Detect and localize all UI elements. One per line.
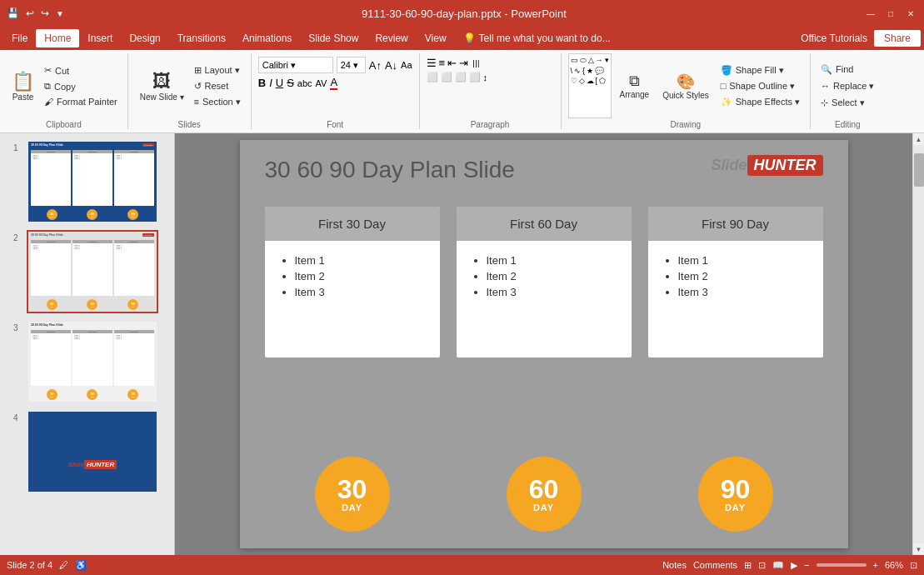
shapes-more[interactable]: ▾ [605,56,609,65]
layout-button[interactable]: ⊞Layout ▾ [191,63,244,78]
heart-shape[interactable]: ♡ [571,77,577,85]
curve-shape[interactable]: ∿ [574,67,581,75]
section-button[interactable]: ≡Section ▾ [191,95,244,109]
bold-button[interactable]: B [258,77,266,89]
customize-icon[interactable]: ▼ [56,9,64,18]
decrease-indent-button[interactable]: ⇤ [447,57,457,69]
slide-thumbnail-4[interactable]: SlideHUNTER [27,410,158,493]
pentagon-shape[interactable]: ⬠ [599,77,606,85]
shape-fill-button[interactable]: 🪣Shape Fill ▾ [717,63,803,78]
share-button[interactable]: Share [874,30,921,47]
format-painter-button[interactable]: 🖌Format Painter [41,95,121,108]
char-spacing-button[interactable]: AV [316,78,327,88]
card-30-item-2: Item 2 [295,270,427,282]
menu-slideshow[interactable]: Slide Show [300,29,367,48]
brace-shape[interactable]: { [582,67,585,75]
numbered-list-button[interactable]: ≡ [439,57,446,69]
slide-thumbnail-2[interactable]: 30 60 90 Day Plan Slide HUNTER First 30 … [27,230,158,313]
menu-design[interactable]: Design [121,29,168,48]
copy-button[interactable]: ⧉Copy [41,79,121,93]
comments-button[interactable]: Comments [693,560,737,570]
slide-thumb-1[interactable]: 1 30 60 90 Day Plan Slide HUNTER First 3… [13,140,167,223]
fit-to-window-button[interactable]: ⊡ [910,560,917,571]
star-shape[interactable]: ★ [587,67,593,75]
find-button[interactable]: 🔍Find [817,62,877,77]
maximize-button[interactable]: □ [884,7,897,20]
menu-animations[interactable]: Animations [234,29,300,48]
increase-font-button[interactable]: A↑ [369,59,382,72]
close-button[interactable]: ✕ [904,7,917,20]
increase-indent-button[interactable]: ⇥ [459,57,468,69]
callout-shape[interactable]: 💬 [595,67,604,75]
bracket-shape[interactable]: [ [596,77,598,85]
menu-view[interactable]: View [417,29,455,48]
card-60[interactable]: First 60 Day Item 1 Item 2 Item 3 [457,207,632,358]
scrollbar-thumb[interactable] [914,153,924,187]
slide-thumbnail-1[interactable]: 30 60 90 Day Plan Slide HUNTER First 30 … [27,140,158,223]
menu-insert[interactable]: Insert [79,29,121,48]
menu-review[interactable]: Review [367,29,416,48]
font-size-select[interactable]: 24 ▾ [337,57,366,73]
scroll-down-button[interactable]: ▼ [913,543,925,555]
columns-button[interactable]: ⫼ [471,57,482,69]
shape-effects-button[interactable]: ✨Shape Effects ▾ [717,95,803,109]
notes-button[interactable]: Notes [662,560,687,570]
quick-styles-button[interactable]: 🎨 Quick Styles [657,53,714,118]
line-spacing-button[interactable]: ↕ [483,72,488,82]
menu-file[interactable]: File [3,29,36,48]
slide-sorter-button[interactable]: ⊡ [758,560,766,571]
reset-button[interactable]: ↺Reset [191,79,244,93]
underline-button[interactable]: U [276,77,283,89]
decrease-font-button[interactable]: A↓ [385,59,397,72]
italic-button[interactable]: I [269,77,272,89]
drawing-label: Drawing [670,118,701,129]
shape-outline-button[interactable]: □Shape Outline ▾ [717,79,803,93]
align-left-button[interactable]: ⬜ [427,72,438,82]
line-shape[interactable]: \ [571,67,573,75]
slide-thumb-4[interactable]: 4 SlideHUNTER [13,410,167,493]
undo-icon[interactable]: ↩ [26,8,34,19]
arrange-button[interactable]: ⧉ Arrange [615,53,655,118]
triangle-shape[interactable]: △ [588,56,594,65]
align-center-button[interactable]: ⬜ [441,72,452,82]
strikethrough-button[interactable]: S [287,77,294,89]
normal-view-button[interactable]: ⊞ [744,560,752,571]
slideshow-button[interactable]: ▶ [791,560,797,571]
zoom-in-button[interactable]: + [873,560,878,570]
card-90[interactable]: First 90 Day Item 1 Item 2 Item 3 [648,207,823,358]
new-slide-button[interactable]: 🖼 New Slide ▾ [135,53,189,118]
align-right-button[interactable]: ⬜ [455,72,467,82]
thumb2-circle-90: 90DAY [127,299,138,310]
slide-canvas[interactable]: 30 60 90 Day Plan Slide Slide HUNTER Fir… [240,140,848,548]
cloud-shape[interactable]: ☁ [587,77,594,85]
bullet-list-button[interactable]: ☰ [427,57,437,69]
menu-help[interactable]: 💡 Tell me what you want to do... [455,29,619,48]
diamond-shape[interactable]: ◇ [579,77,585,85]
slide-thumbnail-3[interactable]: 30 60 90 Day Plan Slide First 30 Day • I… [27,320,158,403]
cut-button[interactable]: ✂Cut [41,63,121,78]
arrow-shape[interactable]: → [596,56,603,65]
redo-icon[interactable]: ↪ [41,8,49,19]
menu-home[interactable]: Home [36,29,79,48]
zoom-slider[interactable] [817,563,867,567]
reading-view-button[interactable]: 📖 [772,560,784,571]
clear-format-button[interactable]: Aa [401,60,412,70]
oval-shape[interactable]: ⬭ [580,56,587,65]
justify-button[interactable]: ⬜ [469,72,481,82]
slide-thumb-2[interactable]: 2 30 60 90 Day Plan Slide HUNTER First 3… [13,230,167,313]
scroll-up-button[interactable]: ▲ [913,133,925,145]
rect-shape[interactable]: ▭ [571,56,578,65]
font-color-button[interactable]: A [330,76,337,90]
replace-button[interactable]: ↔Replace ▾ [817,79,877,93]
font-family-select[interactable]: Calibri ▾ [258,57,333,73]
minimize-button[interactable]: — [864,7,877,20]
save-icon[interactable]: 💾 [7,8,19,19]
select-button[interactable]: ⊹Select ▾ [817,96,877,110]
shadow-button[interactable]: abc [297,78,312,88]
zoom-out-button[interactable]: − [804,560,809,570]
menu-transitions[interactable]: Transitions [169,29,234,48]
office-tutorials-link[interactable]: Office Tutorials [801,32,867,44]
card-30[interactable]: First 30 Day Item 1 Item 2 Item 3 [265,207,440,358]
paste-button[interactable]: 📋 Paste [7,53,39,118]
slide-thumb-3[interactable]: 3 30 60 90 Day Plan Slide First 30 Day •… [13,320,167,403]
